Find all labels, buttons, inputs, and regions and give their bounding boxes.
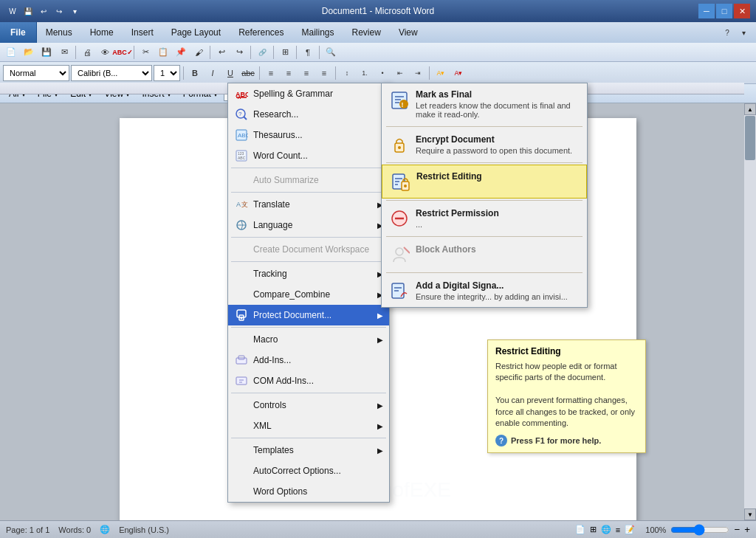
- email-btn[interactable]: ✉: [56, 45, 72, 60]
- scroll-thumb[interactable]: [745, 116, 755, 160]
- menu-item-wordcount[interactable]: 123ABC Word Count...: [228, 145, 389, 166]
- menu-item-research[interactable]: ? Research...: [228, 104, 389, 125]
- decrease-indent-btn[interactable]: ⇤: [392, 66, 408, 80]
- bold-btn[interactable]: B: [187, 66, 203, 80]
- redo-qa-btn[interactable]: ↪: [52, 4, 66, 18]
- submenu-restrict-editing[interactable]: Restrict Editing: [382, 165, 587, 199]
- templates-icon: [234, 443, 249, 458]
- hyperlink-btn[interactable]: 🔗: [254, 45, 270, 60]
- submenu-encrypt[interactable]: Encrypt Document Require a password to o…: [382, 128, 587, 161]
- minimize-button[interactable]: ─: [698, 4, 715, 18]
- numbering-btn[interactable]: 1.: [357, 66, 373, 80]
- menu-item-translate[interactable]: A→文 Translate ▶: [228, 194, 389, 215]
- scroll-up-btn[interactable]: ▲: [744, 103, 756, 115]
- svg-point-26: [396, 248, 403, 255]
- close-button[interactable]: ✕: [734, 4, 750, 18]
- paste-btn[interactable]: 📌: [173, 45, 189, 60]
- menu-item-compare[interactable]: Compare_Combine ▶: [228, 284, 389, 305]
- ribbon-help-btn[interactable]: ?: [721, 26, 734, 39]
- save-btn[interactable]: 💾: [38, 45, 55, 60]
- italic-btn[interactable]: I: [205, 66, 221, 80]
- tab-home[interactable]: Home: [81, 22, 123, 43]
- strikethrough-btn[interactable]: abc: [240, 66, 256, 80]
- menu-item-comaddins[interactable]: COM Add-Ins...: [228, 370, 389, 391]
- view-outline-btn[interactable]: ≡: [616, 525, 620, 534]
- menu-item-wordoptions[interactable]: Word Options: [228, 481, 389, 502]
- justify-btn[interactable]: ≡: [316, 66, 332, 80]
- help-circle-icon: ?: [495, 435, 507, 446]
- tab-review[interactable]: Review: [343, 22, 390, 43]
- submenu-digital-sig[interactable]: Add a Digital Signa... Ensure the integr…: [382, 275, 587, 307]
- submenu-mark-final[interactable]: ! Mark as Final Let readers know the doc…: [382, 83, 587, 125]
- open-btn[interactable]: 📂: [21, 45, 37, 60]
- tab-mailings[interactable]: Mailings: [293, 22, 343, 43]
- menu-item-xml[interactable]: XML ▶: [228, 415, 389, 436]
- sep1: [75, 46, 76, 59]
- align-center-btn[interactable]: ≡: [281, 66, 297, 80]
- highlight-btn[interactable]: A▾: [433, 66, 449, 80]
- menu-item-thesaurus[interactable]: ABC Thesaurus...: [228, 125, 389, 145]
- redo-btn[interactable]: ↪: [231, 45, 247, 60]
- tooltip-body: Restrict how people edit or format speci…: [495, 361, 638, 429]
- view-print-btn[interactable]: 📄: [575, 525, 585, 534]
- table-btn[interactable]: ⊞: [277, 45, 293, 60]
- tab-menus[interactable]: Menus: [37, 22, 81, 43]
- toolbar-row1: 📄 📂 💾 ✉ 🖨 👁 ABC✓ ✂ 📋 📌 🖌 ↩ ↪ 🔗 ⊞ ¶ 🔍: [0, 43, 756, 62]
- menu-item-addins[interactable]: Add-Ins...: [228, 350, 389, 370]
- view-web-btn[interactable]: 🌐: [601, 525, 611, 534]
- svg-point-13: [241, 317, 243, 320]
- ribbon-min-btn[interactable]: ▾: [737, 26, 750, 39]
- tab-view[interactable]: View: [390, 22, 427, 43]
- view-draft-btn[interactable]: 📝: [625, 525, 635, 534]
- zoom-in-status-btn[interactable]: +: [744, 524, 750, 535]
- cut-btn[interactable]: ✂: [137, 45, 154, 60]
- format-painter-btn[interactable]: 🖌: [190, 45, 207, 60]
- save-qa-btn[interactable]: 💾: [21, 4, 35, 18]
- tab-page-layout[interactable]: Page Layout: [162, 22, 230, 43]
- tab-insert[interactable]: Insert: [123, 22, 162, 43]
- menu-item-autocorrect[interactable]: AutoCorrect Options...: [228, 461, 389, 481]
- submenu-restrict-permission[interactable]: Restrict Permission ...: [382, 202, 587, 235]
- bullets-btn[interactable]: •: [374, 66, 391, 80]
- scroll-down-btn[interactable]: ▼: [744, 508, 756, 520]
- file-tab[interactable]: File: [0, 22, 37, 43]
- encrypt-icon: [389, 134, 410, 155]
- underline-btn[interactable]: U: [222, 66, 238, 80]
- customize-qa-btn[interactable]: ▾: [68, 4, 81, 18]
- preview-btn[interactable]: 👁: [97, 45, 113, 60]
- view-full-btn[interactable]: ⊞: [590, 525, 597, 534]
- menu-item-templates[interactable]: Templates ▶: [228, 440, 389, 461]
- zoom-slider[interactable]: [670, 525, 729, 535]
- new-btn[interactable]: 📄: [3, 45, 19, 60]
- print-btn[interactable]: 🖨: [79, 45, 95, 60]
- menu-item-protect[interactable]: Protect Document... ▶: [228, 305, 389, 325]
- style-dropdown[interactable]: Normal: [3, 65, 69, 81]
- menu-item-macro[interactable]: Macro ▶: [228, 329, 389, 350]
- font-color-btn[interactable]: A▾: [450, 66, 467, 80]
- show-hide-btn[interactable]: ¶: [300, 45, 316, 60]
- zoom-in-btn[interactable]: 🔍: [323, 45, 339, 60]
- zoom-out-btn[interactable]: −: [734, 524, 740, 535]
- spellcheck-btn[interactable]: ABC✓: [114, 45, 131, 60]
- submenu-sep-4: [386, 236, 583, 237]
- svg-point-24: [404, 184, 407, 187]
- menu-item-controls[interactable]: Controls ▶: [228, 395, 389, 415]
- copy-btn[interactable]: 📋: [155, 45, 171, 60]
- word-icon[interactable]: W: [6, 4, 19, 18]
- line-spacing-btn[interactable]: ↕: [339, 66, 355, 80]
- undo-qa-btn[interactable]: ↩: [37, 4, 50, 18]
- undo-btn[interactable]: ↩: [213, 45, 230, 60]
- font-dropdown[interactable]: Calibri (B...: [71, 65, 152, 81]
- toolbar-row2: Normal Calibri (B... 11 B I U abc ≡ ≡ ≡ …: [0, 62, 756, 84]
- menu-item-language[interactable]: Language ▶: [228, 215, 389, 235]
- align-left-btn[interactable]: ≡: [263, 66, 279, 80]
- font-size-dropdown[interactable]: 11: [154, 65, 180, 81]
- menu-item-spelling[interactable]: ABC Spelling & Grammar: [228, 83, 389, 104]
- scroll-track[interactable]: [744, 115, 756, 508]
- align-right-btn[interactable]: ≡: [298, 66, 315, 80]
- maximize-button[interactable]: □: [716, 4, 732, 18]
- tab-references[interactable]: References: [230, 22, 292, 43]
- menu-item-tracking[interactable]: Tracking ▶: [228, 263, 389, 284]
- increase-indent-btn[interactable]: ⇥: [410, 66, 426, 80]
- scrollbar[interactable]: ▲ ▼: [744, 103, 756, 520]
